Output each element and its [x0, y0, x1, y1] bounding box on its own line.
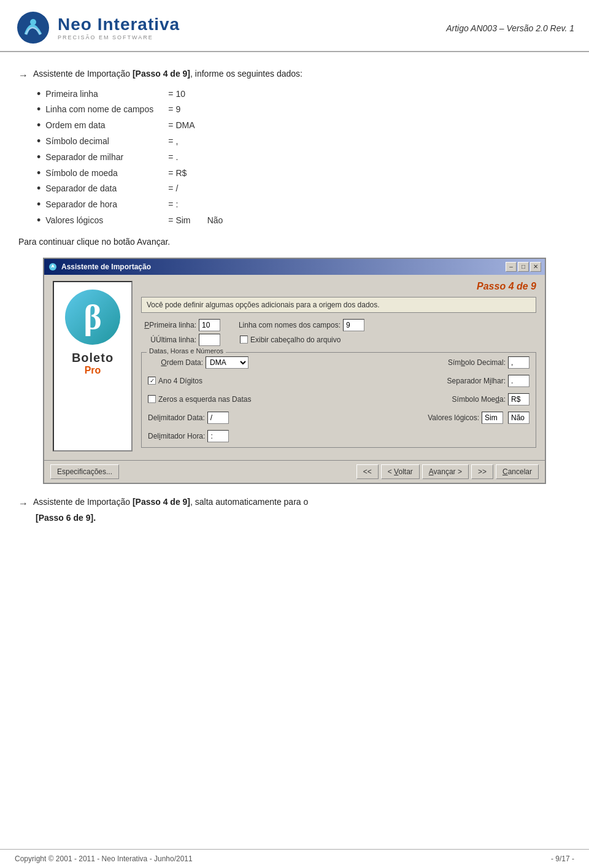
cancel-button[interactable]: Cancelar — [496, 464, 539, 479]
delimitador-data-label: Delimitador Data: — [148, 413, 205, 422]
delimitador-hora-field: Delimitador Hora: — [148, 430, 229, 442]
ultima-linha-label: ÚÚltima linha: — [141, 336, 196, 344]
valores-logicos-label: Valores lógicos: — [418, 413, 479, 422]
exibir-cabecalho-label: Exibir cabeçalho do arquivo — [250, 336, 341, 344]
neo-interativa-logo-icon — [15, 11, 52, 45]
list-item: • Linha com nome de campos = 9 — [37, 102, 571, 117]
boleto-name: Boleto — [72, 351, 114, 365]
minimize-button[interactable]: – — [506, 262, 517, 272]
list-item: • Símbolo decimal = , — [37, 134, 571, 149]
delimitador-data-field: Delimitador Data: — [148, 412, 229, 424]
separador-milhar-label: Separador Milhar: — [426, 377, 506, 385]
ordem-data-label: Ordem Data: — [148, 358, 203, 367]
list-item: • Valores lógicos = Sim Não — [37, 213, 571, 228]
simbolo-moeda-input[interactable] — [508, 393, 529, 405]
copyright-text: Copyright © 2001 - 2011 - Neo Interativa… — [15, 855, 193, 863]
list-item: • Ordem em data = DMA — [37, 118, 571, 133]
simbolo-moeda-field: Símbolo Moeda: — [426, 393, 529, 405]
ano-4-digitos-label: Ano 4 Dígitos — [158, 377, 202, 385]
ordem-data-field: Ordem Data: DMA — [148, 356, 248, 369]
nav-first-button[interactable]: << — [356, 464, 379, 479]
close-button[interactable]: ✕ — [530, 262, 541, 272]
svg-point-2 — [49, 263, 56, 271]
separador-milhar-field: Separador Milhar: — [426, 375, 529, 387]
step-badge: Passo 4 de 9 — [477, 281, 536, 292]
linha-campos-label: Linha com nomes dos campos: — [230, 321, 341, 329]
maximize-button[interactable]: □ — [518, 262, 529, 272]
dialog-description: Você pode definir algumas opções adicion… — [141, 297, 536, 313]
top-form-section: PPrimeira linha: Linha com nomes dos cam… — [141, 319, 536, 348]
step-intro-text: Assistente de Importação [Passo 4 de 9],… — [33, 67, 302, 80]
zeros-esquerda-label: Zeros a esquerda nas Datas — [158, 395, 251, 404]
nav-last-button[interactable]: >> — [471, 464, 493, 479]
simbolo-decimal-label: Símbolo Decimal: — [426, 358, 506, 367]
datas-horas-numeros-fieldset: Datas, Horas e Números Ordem Data: DMA — [141, 352, 536, 448]
primeira-linha-label: PPrimeira linha: — [141, 321, 196, 329]
delimitador-data-input[interactable] — [207, 412, 229, 424]
simbolo-decimal-field: Símbolo Decimal: — [426, 356, 529, 369]
nav-next-label: Avançar > — [429, 467, 462, 476]
ordem-data-select-wrapper: DMA — [206, 356, 248, 369]
dialog-form-area: Passo 4 de 9 Você pode definir algumas o… — [141, 281, 536, 451]
exibir-cabecalho-checkbox[interactable] — [240, 336, 248, 344]
nav-prev-button[interactable]: < Voltar — [381, 464, 420, 479]
dialog-body: β Boleto Pro Passo 4 de 9 Você pode defi… — [44, 275, 545, 460]
especificacoes-button[interactable]: Especificações... — [50, 464, 119, 479]
page-header: Neo Interativa PRECISÃO EM SOFTWARE Arti… — [0, 0, 589, 52]
boleto-pro-label: Pro — [85, 365, 101, 376]
page-footer: Copyright © 2001 - 2011 - Neo Interativa… — [0, 849, 589, 868]
zeros-esquerda-checkbox[interactable] — [148, 395, 156, 403]
boleto-beta-icon: β — [83, 300, 102, 334]
nav-next-button[interactable]: Avançar > — [422, 464, 469, 479]
list-item: • Separador de hora = : — [37, 198, 571, 212]
step-intro-line: → Assistente de Importação [Passo 4 de 9… — [18, 67, 571, 83]
list-item: • Separador de data = / — [37, 182, 571, 196]
ano-4-digitos-area: ✓ Ano 4 Dígitos — [148, 377, 202, 385]
valores-logicos-nao-input[interactable] — [508, 412, 529, 424]
cancel-label: Cancelar — [502, 467, 532, 476]
primeira-linha-input[interactable] — [199, 319, 220, 331]
logo-area: Neo Interativa PRECISÃO EM SOFTWARE — [15, 11, 180, 45]
bottom-instruction: → Assistente de Importação [Passo 4 de 9… — [18, 495, 571, 525]
list-item: • Primeira linha = 10 — [37, 87, 571, 102]
svg-point-1 — [30, 19, 36, 25]
linha-campos-field: Linha com nomes dos campos: — [230, 319, 364, 331]
bottom-instruction-text: Assistente de Importação [Passo 4 de 9],… — [33, 495, 308, 509]
bottom-instruction-line1: → Assistente de Importação [Passo 4 de 9… — [18, 495, 571, 512]
continue-instruction: Para continuar clique no botão Avançar. — [18, 237, 571, 247]
ultima-linha-field: ÚÚltima linha: — [141, 334, 220, 346]
dialog-logo-side: β Boleto Pro — [53, 281, 133, 451]
ultima-linha-input[interactable] — [199, 334, 220, 346]
separador-milhar-input[interactable] — [508, 375, 529, 387]
ordem-data-select[interactable]: DMA — [206, 356, 248, 369]
dialog-title-icon — [48, 262, 58, 272]
valores-logicos-sim-input[interactable] — [482, 412, 503, 424]
delimitador-hora-input[interactable] — [207, 430, 229, 442]
exibir-cabecalho-checkbox-area: Exibir cabeçalho do arquivo — [240, 334, 341, 346]
arrow-icon-2: → — [18, 496, 28, 512]
nav-prev-label: < Voltar — [388, 467, 413, 476]
page-number: - 9/17 - — [551, 855, 574, 863]
logo-text: Neo Interativa PRECISÃO EM SOFTWARE — [58, 16, 180, 40]
dialog-footer: Especificações... << < Voltar Avançar > … — [44, 460, 545, 483]
company-tagline: PRECISÃO EM SOFTWARE — [58, 34, 180, 40]
list-item: • Símbolo de moeda = R$ — [37, 166, 571, 181]
wizard-icon — [48, 263, 57, 271]
linha-campos-input[interactable] — [343, 319, 364, 331]
ano-4-digitos-checkbox[interactable]: ✓ — [148, 377, 156, 385]
fieldset-legend: Datas, Horas e Números — [147, 347, 226, 355]
bottom-instruction-line2: [Passo 6 de 9]. — [36, 513, 96, 523]
simbolo-moeda-label: Símbolo Moeda: — [426, 395, 506, 404]
svg-point-3 — [52, 264, 54, 266]
article-reference: Artigo AN003 – Versão 2.0 Rev. 1 — [446, 23, 574, 33]
simbolo-decimal-input[interactable] — [508, 356, 529, 369]
window-controls: – □ ✕ — [506, 262, 541, 272]
company-name: Neo Interativa — [58, 16, 180, 33]
instruction-block: → Assistente de Importação [Passo 4 de 9… — [18, 67, 571, 247]
valores-logicos-field: Valores lógicos: — [418, 412, 529, 424]
dialog-title: Assistente de Importação — [61, 263, 506, 271]
primeira-linha-field: PPrimeira linha: — [141, 319, 220, 331]
main-content: → Assistente de Importação [Passo 4 de 9… — [0, 52, 589, 537]
field-list: • Primeira linha = 10 • Linha com nome d… — [37, 87, 571, 228]
boleto-logo: β — [65, 290, 120, 345]
